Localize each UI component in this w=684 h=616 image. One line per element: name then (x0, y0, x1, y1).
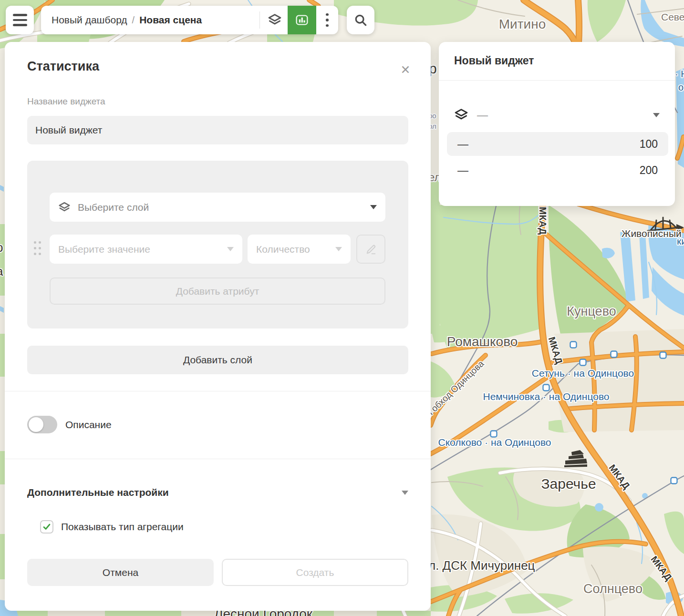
layer-config-group: Выберите слой Выберите значение Количест… (27, 161, 408, 329)
chevron-down-icon (227, 247, 234, 251)
widget-layer-value: — (477, 109, 653, 122)
breadcrumb-scene[interactable]: Новая сцена (139, 14, 202, 26)
close-icon[interactable]: ✕ (398, 62, 413, 77)
map-label: Кунцево (567, 304, 616, 318)
layers-icon (268, 13, 282, 27)
value-select-placeholder: Выберите значение (58, 244, 227, 255)
layer-select[interactable]: Выберите слой (50, 193, 385, 222)
search-button[interactable] (347, 6, 374, 34)
divider (5, 391, 431, 391)
breadcrumb-separator: / (132, 15, 135, 26)
check-icon (42, 523, 51, 531)
panel-title: Статистика (27, 59, 99, 74)
hamburger-icon (13, 14, 27, 16)
aggregation-select-value: Количество (256, 244, 335, 255)
map-label: Митино (499, 17, 546, 31)
map-label: Заречье (541, 476, 596, 492)
app: Митино Север Живописный м Кунцево Ромашк… (0, 0, 684, 616)
widget-layer-row[interactable]: — (454, 107, 660, 123)
aggregation-select[interactable]: Количество (248, 235, 351, 264)
advanced-settings-label: Дополнительные настройки (27, 487, 402, 498)
menu-button[interactable] (6, 6, 34, 34)
widget-stat-row[interactable]: — 200 (447, 158, 668, 182)
layers-button[interactable] (262, 6, 288, 34)
bar-chart-icon (294, 12, 310, 28)
create-button[interactable]: Создать (222, 559, 408, 586)
show-aggregation-label: Показывать тип агрегации (61, 519, 184, 534)
map-label: Сетунь · на Одинцово (532, 368, 634, 379)
advanced-settings-header[interactable]: Дополнительные настройки (27, 484, 408, 501)
stat-row-label: — (457, 164, 468, 177)
stat-row-label: — (457, 138, 468, 151)
stat-row-value: 100 (640, 138, 658, 151)
divider (5, 459, 431, 459)
description-label: Описание (65, 416, 112, 433)
widget-preview-title: Новый виджет (454, 54, 534, 67)
more-menu-button[interactable] (316, 6, 338, 34)
widget-name-input[interactable] (27, 116, 408, 144)
breadcrumb-dashboard[interactable]: Новый дашборд (52, 14, 127, 26)
statistics-button-active[interactable] (288, 6, 316, 34)
drag-handle[interactable] (34, 240, 42, 259)
map-label: Живописный м (622, 228, 684, 239)
add-layer-button[interactable]: Добавить слой (27, 346, 408, 374)
layer-select-placeholder: Выберите слой (78, 202, 370, 213)
chevron-down-icon (335, 247, 342, 251)
widget-preview-card: Новый виджет — — 100 — 200 (439, 42, 675, 206)
map-label-cut: ки (677, 236, 684, 246)
map-label: Сколково · на Одинцово (438, 437, 551, 448)
cancel-button[interactable]: Отмена (27, 559, 214, 586)
breadcrumb: Новый дашборд / Новая сцена (41, 6, 338, 34)
chevron-down-icon (370, 205, 377, 209)
widget-name-label: Название виджета (27, 96, 105, 107)
search-icon (353, 13, 368, 27)
map-label-cut: о (678, 82, 684, 92)
map-label-road: МКАД (538, 207, 548, 235)
statistics-panel: Статистика ✕ Название виджета Выберите с… (5, 42, 431, 611)
map-label-cut: а (0, 264, 3, 278)
value-select[interactable]: Выберите значение (50, 235, 242, 264)
layers-icon (58, 201, 71, 214)
kebab-icon (326, 13, 329, 16)
map-label-cut: · Н (675, 69, 684, 79)
show-aggregation-checkbox[interactable] (40, 520, 53, 534)
map-label: Ромашково (447, 334, 518, 349)
add-attribute-button[interactable]: Добавить атрибут (50, 277, 385, 305)
toolbar-divider (259, 11, 260, 29)
map-label: л. ДСК Мичуринец (428, 558, 535, 573)
edit-button[interactable] (356, 235, 385, 264)
map-label: Север (661, 11, 684, 22)
map-label: Солнцево (583, 582, 643, 596)
map-label: Немчиновка · на Одинцово (483, 391, 609, 402)
layers-icon (454, 108, 468, 122)
toggle-knob (29, 417, 43, 432)
chevron-down-icon (653, 113, 660, 117)
description-toggle[interactable] (27, 416, 57, 433)
divider (439, 80, 675, 81)
widget-stat-row[interactable]: — 100 (447, 132, 668, 156)
stat-row-value: 200 (640, 164, 658, 177)
chevron-down-icon (402, 491, 408, 495)
pencil-icon (365, 243, 377, 256)
map-label-cut: р (0, 240, 3, 255)
